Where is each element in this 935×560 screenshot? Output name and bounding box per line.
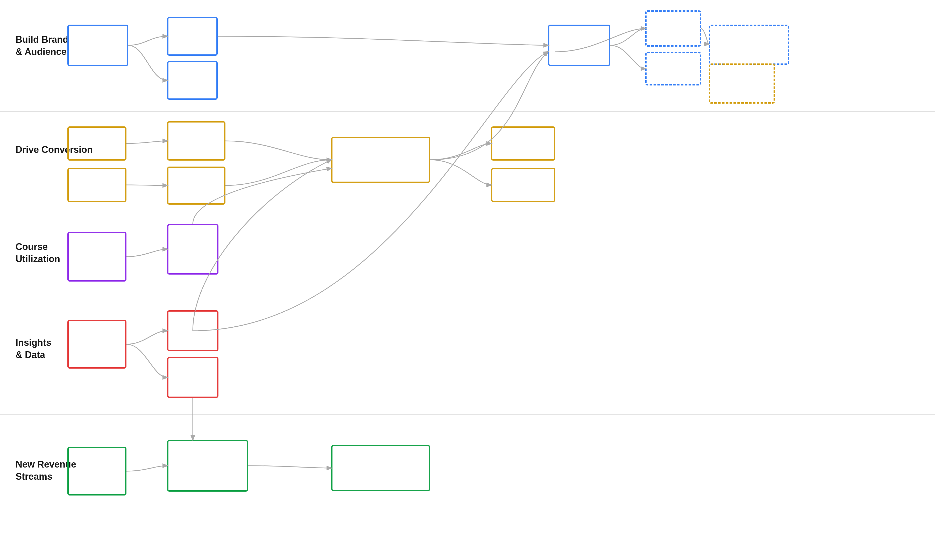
box-dc6 — [491, 126, 555, 161]
box-bb6 — [645, 52, 701, 86]
box-nr1 — [67, 447, 126, 495]
box-nr3 — [331, 445, 430, 491]
row-divider-4 — [0, 414, 935, 415]
box-dc1 — [67, 126, 126, 161]
box-bb1 — [67, 25, 128, 66]
box-bb5 — [645, 10, 701, 47]
box-dc3 — [167, 121, 225, 161]
arrows-svg — [0, 0, 935, 560]
box-bb4 — [548, 25, 610, 66]
box-bb3 — [167, 61, 218, 100]
box-id2 — [167, 310, 219, 351]
box-nr2 — [167, 440, 248, 492]
label-insights-data: Insights& Data — [15, 337, 51, 361]
diagram-container: Build Brand & Audience Drive Conversion … — [0, 0, 935, 560]
box-cu1 — [67, 232, 126, 282]
box-cu2 — [167, 224, 219, 275]
label-course-utilization: CourseUtilization — [15, 241, 60, 265]
row-divider-3 — [0, 298, 935, 298]
box-bb2 — [167, 17, 218, 56]
box-id3 — [167, 357, 219, 398]
box-bb7 — [709, 25, 789, 65]
box-bb8 — [709, 63, 775, 104]
box-dc2 — [67, 168, 126, 202]
row-divider-1 — [0, 111, 935, 112]
box-id1 — [67, 320, 126, 369]
box-dc7 — [491, 168, 555, 202]
label-build-brand: Build Brand & Audience — [15, 34, 68, 58]
label-new-revenue: New RevenueStreams — [15, 458, 76, 483]
box-dc4 — [167, 166, 225, 205]
box-dc5 — [331, 137, 430, 183]
